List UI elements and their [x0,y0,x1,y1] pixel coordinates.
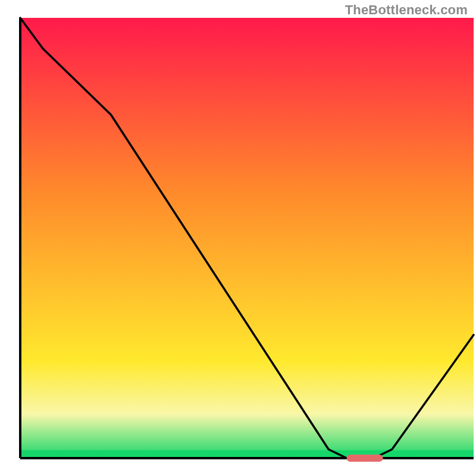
watermark-text: TheBottleneck.com [345,2,468,18]
chart-svg [0,0,476,476]
plot-background [20,18,474,458]
valley-marker [347,455,383,462]
chart-container: TheBottleneck.com [0,0,476,476]
